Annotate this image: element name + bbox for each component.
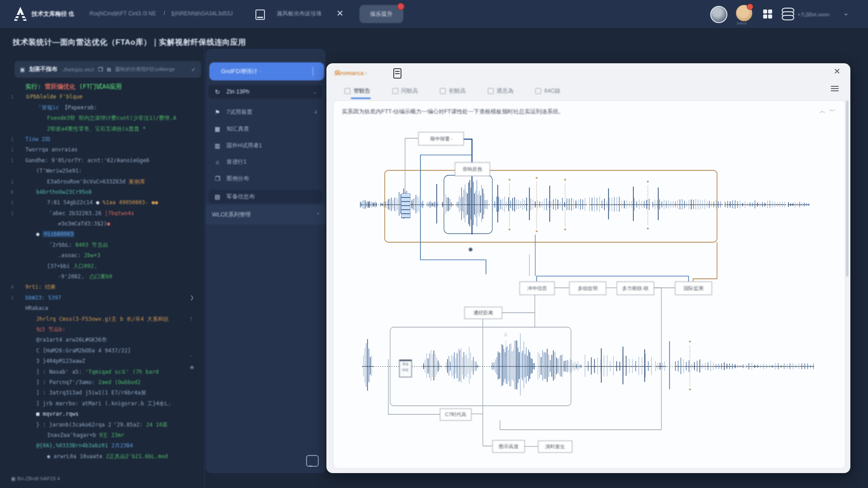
code-line: -9'2082」 凸口重b9: [0, 272, 203, 282]
code-line: 1E3aOrouRoe'OcVuC>633Z63d 案例库: [0, 177, 203, 187]
tab-icon: [535, 88, 541, 94]
sidebar-item-1[interactable]: ↻Zlri·13Ph⌄: [208, 85, 322, 99]
chevron-down-icon[interactable]: ⌄: [843, 8, 849, 18]
diagram-node-b4: 多组纹明: [569, 282, 606, 295]
gutter-marker-icon[interactable]: ◦: [190, 353, 192, 359]
sidebar-item-2[interactable]: ⚑7试用装置· 4: [208, 105, 322, 119]
code-line: 实行: 雷距编优化 (FT门试AG应用: [0, 81, 203, 92]
code-line: 3 }4R4pM123aawZ: [0, 356, 203, 366]
split-icon[interactable]: ⧉: [107, 66, 111, 73]
svg-text:✶: ✶: [535, 176, 538, 180]
code-line: HRakaca: [0, 303, 203, 314]
code-line: 1bbW23: 5397: [0, 293, 203, 303]
asterisk-node: ❋: [468, 246, 473, 253]
code-line: } : }aranb(3cako62rqa 2『29.85a2: 24 10基: [0, 420, 203, 430]
sidebar-nav: GndFD增强计 · ↻Zlri·13Ph⌄⚑7试用装置· 4▦知汇真查▥国外H…: [206, 49, 326, 473]
tab-icon: [440, 88, 446, 94]
code-line: @{0A},%0333Brn4b3abz01 2月23B4: [0, 441, 203, 451]
sidebar-item-label: Zlri·13Ph: [226, 89, 250, 95]
code-line: ≠3o3mCaTd3:3$2)●: [0, 219, 203, 229]
copy-icon[interactable]: ❐: [98, 66, 103, 73]
code-line: 1①Pbblelde F'blque: [0, 92, 203, 102]
code-line: 1「abec 2b32263.26 |7bqtwo4s: [0, 208, 203, 219]
code-line: .asoac: 2bw+3: [0, 250, 203, 261]
tab-icon: [488, 88, 494, 94]
bag-icon: ⌂: [214, 159, 221, 165]
file-path: -Jhelnjziz.etc/i: [61, 67, 94, 72]
code-line: ] : Nasab' a5: 'Tqmiqad sc①' (7h bard: [0, 367, 203, 377]
tab-icon: [392, 88, 398, 94]
code-line: Jhrlrq Cmss(3-F53owv.g)主 b 长/吊4 大系和区: [0, 314, 203, 324]
top-bar: 技术文库梅径 也 RoqNCmd的FT Cint3 /3 NE / 划NRENN…: [0, 0, 868, 28]
code-line: ● arwrL0a 10uaate 2正具品2'b21.6bL.mod: [0, 451, 203, 462]
gutter-marker-icon[interactable]: ◉: [190, 364, 194, 370]
diagram-node-b5: 多方根联·联: [617, 282, 654, 295]
code-line: ] : Parcnq7'/3amo: 2aed (Owbbod2: [0, 377, 203, 388]
diagram-node-b2: 音响反焦: [455, 162, 490, 176]
code-line: InavZaa'hagar+b 9王 23mr: [0, 430, 203, 441]
menu-icon[interactable]: [831, 86, 839, 92]
columns-icon: ▥: [214, 142, 221, 149]
panel-divider: [204, 45, 205, 488]
sidebar-item-7[interactable]: ▤军备信息布: [208, 190, 322, 203]
primary-action-button[interactable]: GndFD增强计 ·: [209, 62, 324, 80]
chat-bubble-icon[interactable]: [306, 455, 319, 467]
gutter-marker-icon[interactable]: ❯: [190, 295, 194, 300]
svg-text:✶: ✶: [646, 226, 650, 231]
code-line: Fseode3帮 帮内怎渠理计费cunt(少非注1)/费理.A: [0, 113, 203, 123]
sidebar-item-label: 图例分布: [226, 175, 249, 183]
scrollbar-thumb[interactable]: [846, 100, 849, 277]
code-line: 1Tiow 2回: [0, 134, 203, 145]
app-logo-icon[interactable]: [13, 6, 28, 22]
code-line: (T'Weriw2Se91:: [0, 166, 203, 176]
diagram-node-b9: 图示高度: [492, 440, 525, 453]
sidebar-item-6[interactable]: ❐图例分布: [208, 172, 322, 185]
sidebar-item-trail: ⌄: [313, 89, 317, 95]
workspace-tab[interactable]: 属风貌光布波珍珠: [277, 10, 322, 18]
code-filter-bar[interactable]: ▣ 划茶不指布 -Jhelnjziz.etc/i ❐ ⧉ 重响的分类指P区izA…: [14, 61, 201, 78]
svg-text:✶: ✶: [688, 387, 692, 392]
sidebar-item-3[interactable]: ▦知汇真查: [208, 122, 322, 136]
flag-icon: ⚑: [214, 109, 221, 116]
code-line: @ra1art4 arw26L#GK36市: [0, 335, 203, 345]
code-line: [37+bbi 入口092」: [0, 261, 203, 272]
code-line: C [HaM26:GraM2bODa 4 9437/22]: [0, 346, 203, 356]
doc-tab-1[interactable]: 管観告: [344, 85, 371, 97]
code-editor[interactable]: 实行: 雷距编优化 (FT门试AG应用1①Pbblelde F'blque「管報…: [0, 81, 203, 472]
doc-tab-4[interactable]: 通意為: [488, 85, 514, 97]
code-line: 6b4brthoOw23Cr95o8: [0, 187, 203, 197]
doc-tab-5[interactable]: 64C錄: [535, 85, 560, 97]
svg-text:✶: ✶: [563, 227, 567, 232]
diagram-node-b6: 国际监测: [675, 282, 712, 295]
code-line: 49rti: 结果: [0, 282, 203, 292]
document-icon[interactable]: [393, 68, 401, 79]
doc-path: 划NRENN的GA34L3d53J: [171, 10, 233, 18]
app-title: 技术文库梅径 也: [32, 10, 75, 18]
check-icon[interactable]: ✓: [191, 66, 196, 73]
button-divider: [312, 67, 313, 76]
gutter-marker-icon[interactable]: ⊺: [190, 316, 193, 322]
diagram-node-b3: 冲中信息: [519, 282, 555, 295]
close-icon[interactable]: ✕: [834, 66, 840, 76]
file-name: 划茶不指布: [29, 66, 57, 73]
code-line: 2帮差a4重性零售、宝石互调份is显显 *: [0, 124, 203, 134]
doc-tab-3[interactable]: 初観高: [440, 85, 466, 97]
tab-label: 同観高: [401, 87, 419, 95]
sidebar-item-label: 知汇真查: [226, 125, 249, 133]
sidebar-section-manage[interactable]: WLCE系列管理 ❜: [206, 205, 326, 225]
ghost-node: ♙: [504, 332, 508, 337]
code-line: ] jrb marrbo: atMari (.knigorar.b 工}4全L」: [0, 399, 203, 409]
close-icon[interactable]: ✕: [336, 8, 344, 19]
filter-label: 重响的分类指P区izAlierge: [115, 66, 175, 73]
apps-grid-icon[interactable]: [763, 9, 772, 19]
tab-label: 管観告: [354, 87, 371, 95]
diagram-node-b7: 通经距离: [464, 307, 502, 319]
doc-tab-2[interactable]: 同観高: [392, 85, 419, 97]
sidebar-item-4[interactable]: ▥国外H试用者1: [208, 139, 322, 152]
svg-text:✶: ✶: [535, 229, 538, 234]
avatar[interactable]: [710, 6, 727, 23]
stack-layers-icon[interactable]: [782, 8, 793, 20]
window-panel-icon[interactable]: [255, 9, 265, 20]
code-line: 1Tworrqa anvraias: [0, 145, 203, 155]
sidebar-item-5[interactable]: ⌂首进行1: [208, 155, 322, 169]
